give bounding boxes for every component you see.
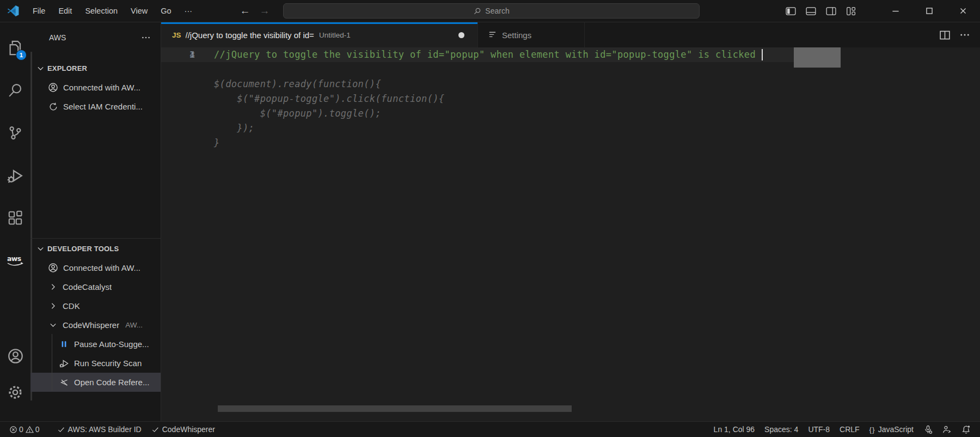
- chevron-right-icon: [48, 301, 58, 311]
- layout-customize-icon: [846, 5, 857, 17]
- tab-untitled-1[interactable]: JS//jQuery to toggle the visibility of i…: [161, 22, 478, 47]
- toggle-primary-sidebar-button[interactable]: [781, 0, 801, 22]
- activity-item-aws[interactable]: aws: [0, 239, 30, 282]
- chevron-down-icon: [36, 64, 45, 73]
- section-header[interactable]: EXPLORER: [30, 58, 161, 78]
- minimap-slider[interactable]: [794, 47, 841, 68]
- status-encoding[interactable]: UTF-8: [803, 422, 835, 437]
- tree-item-codecatalyst[interactable]: CodeCatalyst: [30, 277, 161, 296]
- status-problems[interactable]: 00: [4, 422, 45, 437]
- error-icon: [9, 426, 17, 434]
- code-editor[interactable]: 1//jQuery to toggle the visibility of id…: [161, 47, 980, 421]
- go-back-button[interactable]: ←: [238, 5, 252, 17]
- braces-icon: {}: [869, 426, 875, 434]
- settings-gear-icon: [7, 384, 23, 400]
- status-aws-connection[interactable]: AWS: AWS Builder ID: [52, 422, 146, 437]
- chevron-right-icon: [48, 282, 58, 292]
- tree-item-label: CDK: [63, 301, 80, 311]
- code-line[interactable]: $("#popup-toggle").click(function(){: [161, 92, 980, 106]
- activity-item-run-and-debug[interactable]: [0, 154, 30, 197]
- status-bar: 00AWS: AWS Builder IDCodeWhisperer Ln 1,…: [0, 421, 980, 437]
- check-icon: [57, 426, 65, 434]
- search-icon: [473, 7, 481, 15]
- activity-item-manage-settings[interactable]: [0, 375, 30, 409]
- warning-icon: [26, 426, 34, 434]
- sidebar-aws: AWS EXPLORERConnected with AW...Select I…: [30, 22, 161, 421]
- code-line[interactable]: [161, 62, 980, 77]
- status-codewhisperer-status[interactable]: CodeWhisperer: [146, 422, 220, 437]
- javascript-icon: JS: [172, 31, 181, 39]
- tree-item-codewhisperer[interactable]: CodeWhispererAW...: [30, 315, 161, 335]
- tree-item-select-iam-credentials[interactable]: Select IAM Credenti...: [30, 97, 161, 116]
- activity-item-search[interactable]: [0, 69, 30, 112]
- more-actions-icon[interactable]: [141, 33, 151, 43]
- vscode-logo-icon: [7, 5, 19, 17]
- split-editor-button[interactable]: [939, 29, 951, 41]
- search-input[interactable]: Search: [283, 3, 700, 19]
- status-end-of-line[interactable]: CRLF: [835, 422, 865, 437]
- code-text: $("#popup-toggle").click(function(){: [195, 92, 444, 106]
- status-feedback[interactable]: [938, 422, 957, 437]
- toggle-secondary-sidebar-button[interactable]: [821, 0, 841, 22]
- close-icon: [958, 6, 968, 16]
- sidebar-title: AWS: [49, 33, 66, 42]
- bell-dot-icon: [961, 425, 971, 434]
- activity-item-explorer[interactable]: 1: [0, 27, 30, 69]
- tree-item-description: AW...: [125, 321, 143, 329]
- tree-item-label: Select IAM Credenti...: [63, 102, 143, 111]
- status-language-mode[interactable]: {}JavaScript: [865, 422, 918, 437]
- go-forward-button[interactable]: →: [258, 5, 271, 17]
- status-notifications[interactable]: [957, 422, 976, 437]
- badge-count: 1: [16, 50, 27, 60]
- tab-label: //jQuery to toggle the visibility of id=: [186, 31, 314, 40]
- tab-settings[interactable]: Settings: [478, 22, 585, 47]
- tree-item-devtools-connected[interactable]: Connected with AW...: [30, 258, 161, 277]
- line-number: [161, 106, 195, 121]
- menu-edit[interactable]: Edit: [52, 3, 78, 19]
- tree-item-cdk[interactable]: CDK: [30, 296, 161, 315]
- section-header[interactable]: DEVELOPER TOOLS: [30, 239, 161, 258]
- sidebar-section-developer-tools: DEVELOPER TOOLSConnected with AW...CodeC…: [30, 238, 161, 392]
- tree-item-open-code-reference-log[interactable]: Open Code Refere...: [30, 373, 161, 392]
- tree-item-label: CodeWhisperer: [63, 320, 119, 330]
- activity-item-source-control[interactable]: [0, 112, 30, 154]
- tree-item-pause-auto-suggestions[interactable]: Pause Auto-Sugge...: [30, 335, 161, 354]
- layout-sidebar-left-icon: [785, 5, 797, 17]
- check-icon: [151, 426, 160, 434]
- window-maximize-button[interactable]: [912, 0, 946, 22]
- status-label: CRLF: [840, 425, 860, 434]
- horizontal-scrollbar[interactable]: [218, 405, 572, 412]
- tree-item-run-security-scan[interactable]: Run Security Scan: [30, 354, 161, 373]
- more-actions-button[interactable]: [959, 29, 970, 40]
- status-voice[interactable]: [918, 422, 938, 437]
- status-indentation[interactable]: Spaces: 4: [759, 422, 803, 437]
- status-cursor-position[interactable]: Ln 1, Col 96: [709, 422, 760, 437]
- status-label: UTF-8: [808, 425, 830, 434]
- menu-more[interactable]: ···: [178, 3, 199, 19]
- menu-view[interactable]: View: [124, 3, 154, 19]
- maximize-icon: [924, 6, 934, 16]
- code-line[interactable]: $(document).ready(function(){: [161, 77, 980, 92]
- activity-item-extensions[interactable]: [0, 197, 30, 239]
- code-line[interactable]: });: [161, 121, 980, 136]
- status-label: JavaScript: [878, 425, 914, 434]
- account-icon: [48, 79, 58, 96]
- status-label: Spaces: 4: [764, 425, 798, 434]
- menu-go[interactable]: Go: [154, 3, 177, 19]
- activity-item-accounts[interactable]: [0, 339, 30, 373]
- menu-selection[interactable]: Selection: [78, 3, 124, 19]
- window-minimize-button[interactable]: [879, 0, 912, 22]
- braces-icon: {}: [869, 426, 875, 434]
- layout-sidebar-right-icon: [825, 5, 837, 17]
- menu-file[interactable]: File: [26, 3, 52, 19]
- customize-layout-button[interactable]: [841, 0, 861, 22]
- code-line[interactable]: $("#popup").toggle();: [161, 106, 980, 121]
- code-line[interactable]: }: [161, 136, 980, 150]
- toggle-panel-button[interactable]: [801, 0, 821, 22]
- svg-text:aws: aws: [7, 254, 21, 262]
- modified-indicator[interactable]: [458, 32, 464, 38]
- code-line[interactable]: 4: [161, 47, 980, 62]
- tree-item-explorer-connected[interactable]: Connected with AW...: [30, 78, 161, 97]
- window-close-button[interactable]: [946, 0, 980, 22]
- code-text: $("#popup").toggle();: [195, 106, 381, 121]
